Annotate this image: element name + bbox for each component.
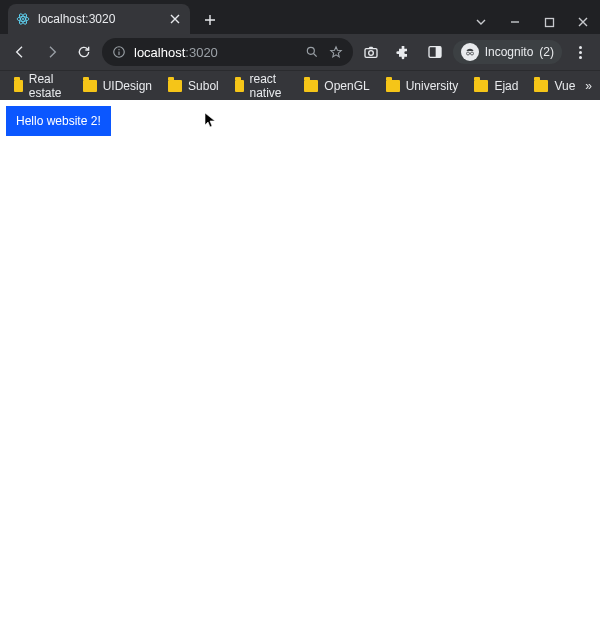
tab-title: localhost:3020 xyxy=(38,12,168,26)
bookmarks-bar: Real estate UIDesign Subol react native … xyxy=(0,70,600,100)
new-tab-button[interactable] xyxy=(196,6,224,34)
svg-rect-4 xyxy=(545,18,553,26)
bookmark-item[interactable]: Subol xyxy=(162,75,225,97)
svg-point-13 xyxy=(470,52,473,55)
bookmark-label: Subol xyxy=(188,79,219,93)
url-text: localhost:3020 xyxy=(134,45,297,60)
hello-button[interactable]: Hello website 2! xyxy=(6,106,111,136)
incognito-indicator[interactable]: Incognito (2) xyxy=(453,40,562,64)
folder-icon xyxy=(304,80,318,92)
incognito-label: Incognito xyxy=(485,45,534,59)
bookmark-item[interactable]: Real estate xyxy=(8,68,73,104)
svg-point-3 xyxy=(22,18,24,20)
bookmark-label: OpenGL xyxy=(324,79,369,93)
folder-icon xyxy=(14,80,23,92)
star-bookmark-icon[interactable] xyxy=(329,45,343,59)
folder-icon xyxy=(386,80,400,92)
titlebar: localhost:3020 xyxy=(0,0,600,34)
toolbar: localhost:3020 Incognito (2) xyxy=(0,34,600,70)
svg-rect-11 xyxy=(436,47,441,58)
page-content: Hello website 2! xyxy=(0,100,600,640)
folder-icon xyxy=(534,80,548,92)
camera-icon[interactable] xyxy=(357,38,385,66)
reload-button[interactable] xyxy=(70,38,98,66)
window-close-button[interactable] xyxy=(566,10,600,34)
search-icon[interactable] xyxy=(305,45,319,59)
site-info-icon[interactable] xyxy=(112,45,126,59)
svg-point-9 xyxy=(368,51,373,56)
extensions-icon[interactable] xyxy=(389,38,417,66)
bookmark-item[interactable]: University xyxy=(380,75,465,97)
kebab-menu-icon xyxy=(579,46,582,59)
url-port: :3020 xyxy=(185,45,218,60)
bookmark-label: Vue xyxy=(554,79,575,93)
folder-icon xyxy=(83,80,97,92)
svg-point-6 xyxy=(118,49,119,50)
bookmark-item[interactable]: Vue xyxy=(528,75,581,97)
bookmark-label: UIDesign xyxy=(103,79,152,93)
folder-icon xyxy=(168,80,182,92)
window-controls xyxy=(464,6,600,34)
browser-tab[interactable]: localhost:3020 xyxy=(8,4,190,34)
bookmark-label: react native xyxy=(250,72,289,100)
bookmark-item[interactable]: OpenGL xyxy=(298,75,375,97)
bookmark-item[interactable]: UIDesign xyxy=(77,75,158,97)
cursor-icon xyxy=(204,112,216,128)
back-button[interactable] xyxy=(6,38,34,66)
forward-button[interactable] xyxy=(38,38,66,66)
maximize-button[interactable] xyxy=(532,10,566,34)
bookmark-item[interactable]: react native xyxy=(229,68,295,104)
incognito-icon xyxy=(461,43,479,61)
bookmark-label: University xyxy=(406,79,459,93)
bookmark-item[interactable]: Ejad xyxy=(468,75,524,97)
bookmark-label: Ejad xyxy=(494,79,518,93)
incognito-count: (2) xyxy=(539,45,554,59)
menu-button[interactable] xyxy=(566,38,594,66)
url-host: localhost xyxy=(134,45,185,60)
close-tab-icon[interactable] xyxy=(168,12,182,26)
side-panel-icon[interactable] xyxy=(421,38,449,66)
bookmarks-overflow-icon[interactable]: » xyxy=(585,79,592,93)
chevron-down-icon[interactable] xyxy=(464,10,498,34)
svg-rect-8 xyxy=(365,49,377,58)
address-bar[interactable]: localhost:3020 xyxy=(102,38,353,66)
bookmark-label: Real estate xyxy=(29,72,67,100)
folder-icon xyxy=(235,80,244,92)
react-favicon-icon xyxy=(16,12,30,26)
svg-point-7 xyxy=(307,47,314,54)
svg-point-12 xyxy=(466,52,469,55)
folder-icon xyxy=(474,80,488,92)
minimize-button[interactable] xyxy=(498,10,532,34)
